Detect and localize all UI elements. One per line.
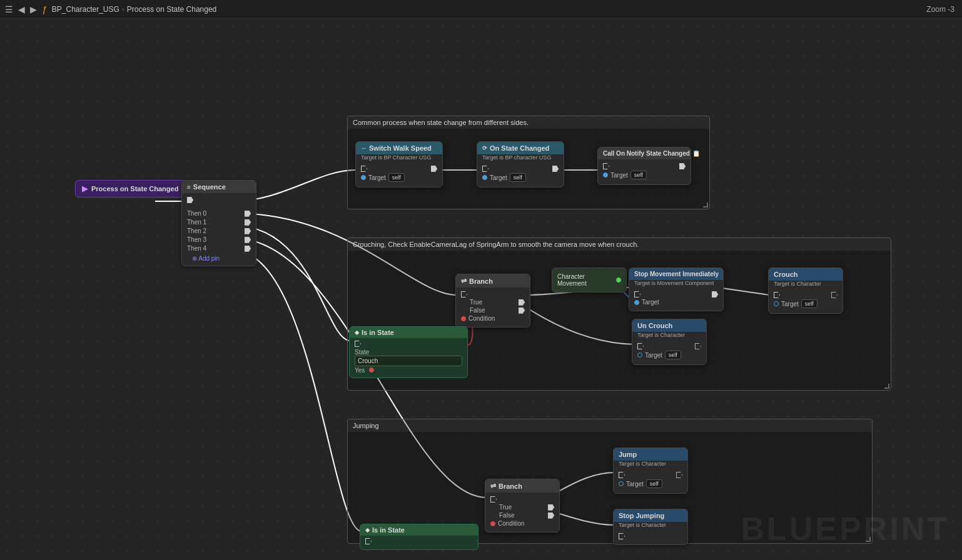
breadcrumb-current: Process on State Changed <box>127 5 216 14</box>
comment-resize-handle-crouch[interactable] <box>884 384 889 389</box>
iis2-body <box>360 536 478 549</box>
branch1-node[interactable]: ⇌ Branch True False Condition <box>455 274 530 328</box>
branch1-true-pin <box>519 299 525 306</box>
uc-in-pin <box>637 343 644 349</box>
branch1-true-row: True <box>461 299 525 306</box>
sj-in-pin <box>619 533 625 539</box>
uc-header: Un Crouch <box>632 319 706 332</box>
on-state-changed-node[interactable]: ⟳ On State Changed Target is BP characte… <box>477 141 564 188</box>
jump-target-row: Target self <box>619 479 682 488</box>
cn-exec-in <box>603 163 686 169</box>
jump-node[interactable]: Jump Target is Character Target self <box>613 448 688 494</box>
jump-header: Jump <box>614 448 687 461</box>
sj-label: Stop Jumping <box>619 512 664 519</box>
then3-label: Then 3 <box>187 236 206 243</box>
seq-then1: Then 1 <box>187 219 251 226</box>
forward-button[interactable]: ▶ <box>30 4 37 14</box>
iis2-icon: ◆ <box>365 527 370 533</box>
then2-label: Then 2 <box>187 228 206 234</box>
zoom-level: Zoom -3 <box>926 5 954 14</box>
stop-jumping-node[interactable]: Stop Jumping Target is Character <box>613 509 688 545</box>
branch1-header: ⇌ Branch <box>456 274 530 288</box>
osc-label: On State Changed <box>490 144 549 152</box>
swws-label: Switch Walk Speed <box>369 144 432 152</box>
cn-body: Target self <box>598 159 691 184</box>
jump-out-pin <box>676 472 682 478</box>
is-in-state2-node[interactable]: ◆ Is in State <box>360 524 478 550</box>
swws-body: Target self <box>356 162 442 187</box>
iis1-exec-row <box>355 341 462 348</box>
jump-in-pin <box>619 472 625 478</box>
branch2-node[interactable]: ⇌ Branch True False Condition <box>485 479 560 532</box>
char-movement-node[interactable]: Character Movement <box>552 268 627 292</box>
iis1-state-label: State <box>355 349 369 356</box>
iis1-select-row[interactable]: Crouch <box>355 356 462 366</box>
seq-then4: Then 4 <box>187 245 251 252</box>
is-in-state1-node[interactable]: ◆ Is in State State Crouch Yes <box>349 326 468 378</box>
un-crouch-node[interactable]: Un Crouch Target is Character Target sel… <box>632 319 707 365</box>
branch2-false-row: False <box>490 512 554 519</box>
osc-out-pin <box>552 166 559 172</box>
then4-label: Then 4 <box>187 245 206 252</box>
swws-exec-in <box>361 166 437 172</box>
branch1-false-label: False <box>470 307 485 314</box>
sequence-node[interactable]: ≡ Sequence Then 0 Then 1 Then 2 Then 3 <box>181 180 256 266</box>
crouch-exec-row <box>774 292 838 298</box>
cm-body: Character Movement <box>552 268 626 292</box>
branch2-true-pin <box>548 504 554 511</box>
back-button[interactable]: ◀ <box>18 4 25 14</box>
iis1-label: Is in State <box>362 329 394 336</box>
osc-body: Target self <box>477 162 564 187</box>
jump-target-pin <box>619 481 624 486</box>
iis2-label: Is in State <box>372 526 405 534</box>
branch2-header: ⇌ Branch <box>485 479 559 492</box>
swws-target-value: self <box>388 173 405 182</box>
menu-icon[interactable]: ☰ <box>5 4 13 14</box>
seq-then0: Then 0 <box>187 210 251 217</box>
branch2-cond-row: Condition <box>490 520 554 527</box>
jump-label: Jump <box>619 451 637 458</box>
crouch-header: Crouch <box>769 268 843 281</box>
iis2-header: ◆ Is in State <box>360 524 478 536</box>
osc-in-pin <box>482 166 489 172</box>
jump-target-value: self <box>646 479 662 488</box>
swws-target-row: Target self <box>361 173 437 182</box>
sequence-exec-in <box>187 197 251 203</box>
comment-resize-handle[interactable] <box>703 202 708 208</box>
branch1-true-label: True <box>470 299 482 306</box>
uc-label: Un Crouch <box>637 322 672 329</box>
swws-out-pin <box>431 166 437 172</box>
swws-icon: ↔ <box>361 145 367 151</box>
osc-target-pin <box>482 175 487 180</box>
branch1-label: Branch <box>469 278 493 285</box>
stop-movement-node[interactable]: Stop Movement Immediately Target is Move… <box>629 268 724 311</box>
cn-label: Call On Notify State Changed <box>603 150 690 157</box>
call-notify-node[interactable]: Call On Notify State Changed 📋 Target se… <box>597 147 691 185</box>
crouch-target-value: self <box>801 299 818 308</box>
sm-out-pin <box>712 291 718 298</box>
cm-label: Character Movement <box>557 273 611 287</box>
sm-exec-row <box>634 291 718 298</box>
blueprint-canvas[interactable]: Common process when state change from di… <box>0 19 962 560</box>
iis1-state-select[interactable]: Crouch <box>355 356 462 366</box>
branch1-body: True False Condition <box>456 288 530 327</box>
crouch-target-pin <box>774 301 779 306</box>
cn-target-row: Target self <box>603 171 686 179</box>
then1-pin <box>245 219 251 226</box>
cm-row: Character Movement <box>557 273 621 287</box>
branch2-true-label: True <box>499 504 512 511</box>
jump-exec-row <box>619 472 682 478</box>
branch2-cond-pin <box>490 521 495 526</box>
branch2-body: True False Condition <box>485 492 559 532</box>
breadcrumb-separator: › <box>122 5 124 14</box>
comment-text-common: Common process when state change from di… <box>348 116 709 129</box>
osc-header: ⟳ On State Changed <box>477 142 564 154</box>
switch-walk-speed-node[interactable]: ↔ Switch Walk Speed Target is BP Charact… <box>355 141 443 188</box>
breadcrumb-root[interactable]: BP_Character_USG <box>52 5 119 14</box>
branch2-label: Branch <box>499 482 522 490</box>
branch2-icon: ⇌ <box>490 482 496 490</box>
crouch-body: Target self <box>769 288 843 313</box>
sm-label: Stop Movement Immediately <box>634 271 719 278</box>
crouch-node[interactable]: Crouch Target is Character Target self <box>768 268 843 314</box>
add-pin-button[interactable]: ⊕ Add pin <box>187 254 251 263</box>
